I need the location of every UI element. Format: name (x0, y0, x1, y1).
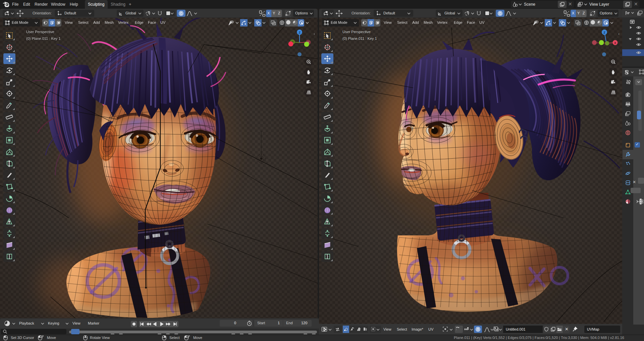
svg-text:Z: Z (603, 31, 605, 34)
svg-text:X: X (614, 41, 616, 45)
svg-text:Z: Z (299, 31, 301, 34)
